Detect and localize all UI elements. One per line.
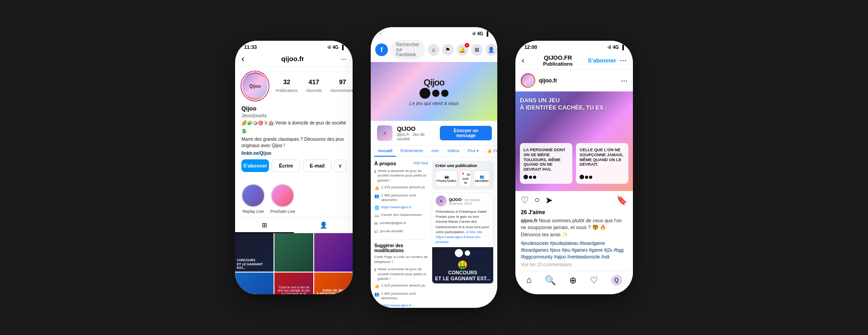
fb-cover-photo: Qijoo Le jeu qui vient à vous xyxy=(371,62,497,121)
ig3-bottom-nav: ⌂ 🔍 ⊕ ♡ Q xyxy=(515,271,633,291)
time-3: 12:00 xyxy=(524,44,537,50)
facebook-logo: f xyxy=(375,43,388,56)
grid-item-5[interactable]: "Cela ne sert à rien de tirer son épingl… xyxy=(274,273,313,294)
ig-bio-3: Marre des grands classiques ? Découvrez … xyxy=(241,136,346,149)
ig3-post-more-icon[interactable]: ··· xyxy=(621,76,627,86)
ig3-more-icon[interactable]: ··· xyxy=(620,56,627,65)
grid-item-2[interactable] xyxy=(274,233,313,272)
share-icon[interactable]: ➤ xyxy=(545,195,553,206)
fb-nav-tabs: Accueil Événements Avis Vidéos Plus ▾ 👍 … xyxy=(371,146,497,157)
fb-top-bar: f Rechercher sur Facebook ⌂ ⚑ 🔔3 ⊞ 👤 xyxy=(371,38,497,62)
highlight-replay[interactable]: Replay Live xyxy=(241,184,265,214)
fb-top-icons: ⌂ ⚑ 🔔3 ⊞ 👤 xyxy=(428,44,497,56)
fb-cover-circles xyxy=(420,88,448,99)
signal-2: ·ıl xyxy=(472,31,475,36)
fb-person-icon[interactable]: 👤 xyxy=(486,44,497,56)
signal-1: ·ıl xyxy=(327,45,330,50)
ig-bio-1: 🌈🧩🎲🎯🃏🎰 Vente à domicile de jeux de socié… xyxy=(241,120,346,126)
ig-profile-title: qijoo.fr xyxy=(281,55,304,62)
fb-tag-btn[interactable]: 👥 Identifier xyxy=(473,170,490,187)
fb-about-item-2: 👍 1 415 personnes aiment ça xyxy=(374,185,428,191)
battery-3: ▐ xyxy=(621,45,624,50)
ig3-hashtags: #jeudesociete #jeudeplateau #boardgame #… xyxy=(515,240,633,262)
fb-voir-tout[interactable]: Voir tout xyxy=(413,161,428,166)
ig-link[interactable]: linktr.ee/Qijoo xyxy=(241,151,346,156)
fb-tab-videos[interactable]: Vidéos xyxy=(443,146,463,157)
fb-like-btn[interactable]: 👍 J'aime déjà ▾ xyxy=(483,146,497,157)
ig3-post-username: qijoo.fr xyxy=(539,77,557,84)
fb-bell-icon[interactable]: 🔔3 xyxy=(457,44,468,56)
back-button-3[interactable]: ‹ xyxy=(522,56,524,65)
fb-flag-icon[interactable]: ⚑ xyxy=(442,44,454,56)
ig3-post-header: qijoo.fr ··· xyxy=(515,70,633,91)
ig3-subscribe-button[interactable]: S'abonner xyxy=(588,57,616,64)
save-icon[interactable]: 🔖 xyxy=(616,195,627,206)
ig3-card-right-logo xyxy=(580,175,625,179)
fb-page-avatar: Q xyxy=(376,124,393,142)
ig3-card-left-logo xyxy=(524,175,569,179)
fb-message-button[interactable]: Envoyer un message xyxy=(440,126,492,140)
fb-menu-icon[interactable]: ⊞ xyxy=(471,44,483,56)
fb-post-avatar: Q xyxy=(436,196,447,206)
stat-publications: 32 Publications xyxy=(276,78,298,94)
fb-create-post: Créer une publication 📷 Photo/Vidéo 📍 Je… xyxy=(432,161,494,190)
ig3-card-left: La personne dont on se méfie toujours, m… xyxy=(520,143,572,184)
fb-about-item-1: ℹ Vente à domicile de jeux de société mo… xyxy=(374,169,428,183)
nav-profile-icon-3[interactable]: Q xyxy=(611,275,622,286)
fb-page-header: Q QIJOO qijoo.fr · Jeu de société Envoye… xyxy=(371,121,497,146)
tab-grid[interactable]: ⊞ xyxy=(235,218,294,233)
battery-2: ▐ xyxy=(485,31,488,36)
more-button-1[interactable]: ∨ xyxy=(334,159,346,172)
nav-search-icon-3[interactable]: 🔍 xyxy=(545,275,556,286)
fb-concours-title-1: CONCOURS xyxy=(448,270,477,276)
ig3-card-right: Celle que l'on ne soupçonne jamais, même… xyxy=(576,143,628,184)
fb-tab-plus[interactable]: Plus ▾ xyxy=(464,146,482,157)
fb-about-section: À propos Voir tout ℹ Vente à domicile de… xyxy=(374,161,428,308)
stat-followers: 417 Abonnés xyxy=(306,78,322,94)
phone-facebook: · ·ıl 4G ▐ f Rechercher sur Facebook ⌂ ⚑… xyxy=(371,27,497,308)
phone-instagram-publications: 12:00 ·ıl 4G ▐ ‹ QIJOO.FR Publications S… xyxy=(515,41,633,294)
fb-tab-avis[interactable]: Avis xyxy=(428,146,443,157)
fb-tab-accueil[interactable]: Accueil xyxy=(374,146,396,157)
fb-post-type-btns: 📷 Photo/Vidéo 📍 Je suis là 👥 Identifier xyxy=(435,170,490,187)
like-icon[interactable]: ♡ xyxy=(521,195,529,206)
fb-about-item-3: 👥 1 482 personnes sont abonnées xyxy=(374,193,428,203)
comment-icon[interactable]: ○ xyxy=(534,195,540,206)
fb-about-item-4: 🌐 https://www.qijoo.fr xyxy=(374,205,428,211)
fb-checkin-btn[interactable]: 📍 Je suis là xyxy=(459,170,472,187)
email-button[interactable]: E-mail xyxy=(303,159,331,172)
fb-tab-evenements[interactable]: Événements xyxy=(397,146,427,157)
nav-heart-icon-3[interactable]: ♡ xyxy=(590,275,598,286)
fb-about-title: À propos xyxy=(374,161,396,166)
grid-item-3[interactable] xyxy=(314,233,353,272)
nav-plus-icon-3[interactable]: ⊕ xyxy=(569,275,577,286)
ig3-post-image: DANS UN JEU À IDENTITÉE CACHÉE, TU ES : … xyxy=(515,91,633,191)
ig3-comments-link[interactable]: Voir les 10 commentaires xyxy=(515,262,633,271)
status-bar-3: 12:00 ·ıl 4G ▐ xyxy=(515,41,633,52)
fb-post-header: Q QIJOO · est suivi(e) 23 janvier, 19:31… xyxy=(432,193,493,209)
back-button-1[interactable]: ‹ xyxy=(241,53,245,64)
ig-header: ‹ qijoo.fr ··· xyxy=(235,52,353,67)
subscribe-button-1[interactable]: S'abonner xyxy=(241,159,269,172)
write-button[interactable]: Écrire xyxy=(272,159,300,172)
ig-more-icon[interactable]: ··· xyxy=(341,55,346,62)
nav-home-icon-3[interactable]: ⌂ xyxy=(526,275,532,286)
status-bar-1: 11:33 ·ıl 4G ▐ xyxy=(235,41,353,52)
fb-about-item-5: 📖 Carnet des Gastronomes xyxy=(374,213,428,219)
highlight-prochain[interactable]: Prochain Live xyxy=(270,184,295,214)
grid-item-1[interactable]: CONCOURSET LE GAGNANT EST... xyxy=(235,233,274,272)
tab-tagged[interactable]: 👤 xyxy=(294,218,353,233)
fb-home-icon[interactable]: ⌂ xyxy=(428,44,439,56)
network-3: 4G xyxy=(613,45,619,50)
fb-posts-section: Créer une publication 📷 Photo/Vidéo 📍 Je… xyxy=(428,161,494,308)
fb-photo-video-btn[interactable]: 📷 Photo/Vidéo xyxy=(435,170,458,187)
avatar-1: Qijoo xyxy=(241,72,269,100)
time-2: · xyxy=(380,31,381,36)
grid-item-6[interactable]: DANS UN JEUÀ IDENTITÉE CACHÉE xyxy=(314,273,353,294)
fb-post-time: 23 janvier, 19:31 · xyxy=(449,202,480,205)
fb-search-bar[interactable]: Rechercher sur Facebook xyxy=(391,40,425,59)
network-2: 4G xyxy=(477,31,483,36)
fb-brand-name: Qijoo xyxy=(424,77,444,88)
grid-item-4[interactable] xyxy=(235,273,274,294)
ig-photo-grid: CONCOURSET LE GAGNANT EST... "Cela ne se… xyxy=(235,233,353,294)
